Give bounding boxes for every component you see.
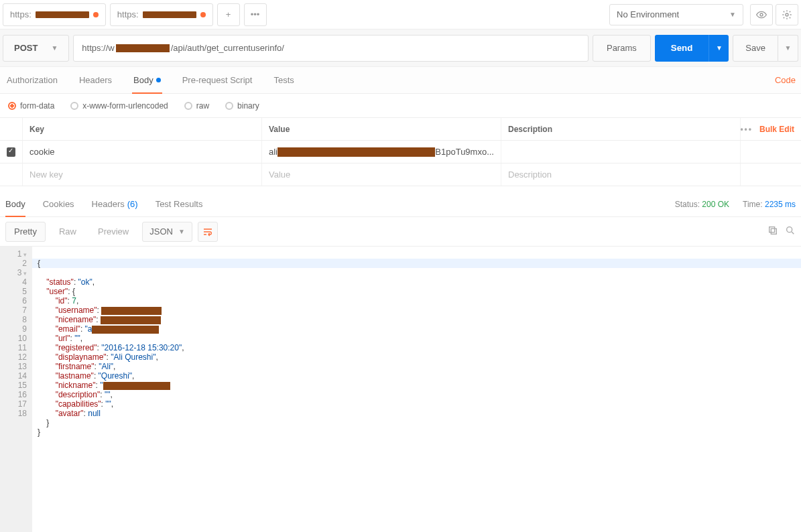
radio-raw[interactable]: raw <box>184 101 209 111</box>
request-tab-1[interactable]: https: <box>3 3 106 26</box>
save-group: Save ▼ <box>733 35 798 62</box>
col-description: Description <box>501 118 741 140</box>
checkbox-checked[interactable] <box>7 147 15 157</box>
wrap-icon <box>202 226 213 237</box>
eye-icon <box>756 9 767 20</box>
environment-label: No Environment <box>617 9 679 19</box>
tab-options-button[interactable]: ••• <box>244 3 267 26</box>
url-input[interactable]: https://w /api/auth/get_currentuserinfo/ <box>73 35 589 62</box>
key-cell[interactable]: cookie <box>23 141 262 163</box>
view-raw[interactable]: Raw <box>51 222 84 242</box>
wrap-lines-button[interactable] <box>198 222 218 242</box>
radio-icon <box>70 102 78 110</box>
unsaved-dot-icon <box>200 12 206 17</box>
new-value-input[interactable]: Value <box>262 163 501 186</box>
top-bar: https: https: + ••• No Environment ▼ <box>0 0 801 29</box>
tab-body[interactable]: Body <box>132 67 162 93</box>
redacted-text <box>116 44 170 52</box>
radio-form-data[interactable]: form-data <box>8 101 54 111</box>
redacted-text <box>36 11 89 18</box>
chevron-down-icon: ▼ <box>785 44 792 52</box>
send-button[interactable]: Send <box>655 35 709 62</box>
svg-point-1 <box>786 13 788 16</box>
tab-prerequest[interactable]: Pre-request Script <box>181 67 254 93</box>
view-preview[interactable]: Preview <box>90 222 137 242</box>
resp-tab-cookies[interactable]: Cookies <box>43 192 74 216</box>
quick-look-button[interactable] <box>750 4 773 25</box>
code-link[interactable]: Code <box>775 75 796 85</box>
send-group: Send ▼ <box>655 35 729 62</box>
unsaved-dot-icon <box>93 12 99 17</box>
redacted-text <box>143 11 196 18</box>
response-body[interactable]: 123456789101112131415161718 { "status": … <box>0 247 801 532</box>
chevron-down-icon: ▼ <box>51 44 58 52</box>
save-button[interactable]: Save <box>733 35 778 62</box>
request-tabs: https: https: + ••• <box>3 3 267 26</box>
radio-icon <box>225 102 233 110</box>
request-row: POST ▼ https://w /api/auth/get_currentus… <box>0 29 801 67</box>
request-subtabs: Authorization Headers Body Pre-request S… <box>0 67 801 94</box>
new-key-input[interactable]: New key <box>23 163 262 186</box>
chevron-down-icon: ▼ <box>716 44 723 52</box>
col-value: Value <box>262 118 501 140</box>
gear-icon <box>782 9 792 20</box>
more-options-icon[interactable]: ••• <box>741 125 753 134</box>
description-cell[interactable] <box>501 141 741 163</box>
tab-tests[interactable]: Tests <box>272 67 295 93</box>
resp-tab-tests[interactable]: Test Results <box>156 192 203 216</box>
svg-point-4 <box>787 227 792 232</box>
status-info: Status: 200 OK Time: 2235 ms <box>675 200 796 209</box>
method-label: POST <box>14 43 38 53</box>
svg-rect-3 <box>769 227 775 232</box>
modified-dot-icon <box>156 78 161 82</box>
tab-label: https: <box>117 9 139 19</box>
code-content: { "status": "ok", "user": { "id": 7, "us… <box>32 247 801 532</box>
environment-select[interactable]: No Environment ▼ <box>609 4 743 25</box>
tab-authorization[interactable]: Authorization <box>5 67 59 93</box>
radio-icon <box>8 102 16 110</box>
view-pretty[interactable]: Pretty <box>5 222 46 242</box>
bulk-edit-link[interactable]: Bulk Edit <box>759 125 794 134</box>
value-cell[interactable]: aliB1poTu9mxo... <box>262 141 501 163</box>
env-settings-button[interactable] <box>776 4 798 25</box>
resp-tab-headers[interactable]: Headers(6) <box>92 192 138 216</box>
save-dropdown[interactable]: ▼ <box>778 35 798 62</box>
new-description-input[interactable]: Description <box>501 163 741 186</box>
redacted-text <box>278 147 435 157</box>
language-select[interactable]: JSON▼ <box>142 222 192 242</box>
params-button[interactable]: Params <box>593 35 651 62</box>
col-key: Key <box>23 118 262 140</box>
tab-headers[interactable]: Headers <box>78 67 113 93</box>
copy-button[interactable] <box>767 225 778 238</box>
resp-tab-body[interactable]: Body <box>5 192 25 216</box>
url-text: /api/auth/get_currentuserinfo/ <box>171 43 284 53</box>
url-text: https://w <box>82 43 114 53</box>
svg-point-0 <box>760 13 763 16</box>
response-view-bar: Pretty Raw Preview JSON▼ <box>0 217 801 247</box>
time-value: 2235 ms <box>765 200 796 209</box>
status-value: 200 OK <box>702 200 729 209</box>
new-tab-button[interactable]: + <box>217 3 240 26</box>
method-select[interactable]: POST ▼ <box>3 35 69 62</box>
response-tabs: Body Cookies Headers(6) Test Results Sta… <box>0 192 801 217</box>
request-tab-2[interactable]: https: <box>110 3 213 26</box>
body-type-row: form-data x-www-form-urlencoded raw bina… <box>0 94 801 118</box>
form-data-row: cookie aliB1poTu9mxo... <box>0 141 801 163</box>
radio-icon <box>184 102 192 110</box>
chevron-down-icon: ▼ <box>729 11 736 18</box>
tab-label: https: <box>10 9 32 19</box>
form-data-new-row: New key Value Description <box>0 163 801 186</box>
chevron-down-icon: ▼ <box>178 228 185 235</box>
svg-rect-2 <box>771 228 776 234</box>
response-actions <box>767 225 796 238</box>
radio-urlencoded[interactable]: x-www-form-urlencoded <box>70 101 168 111</box>
radio-binary[interactable]: binary <box>225 101 259 111</box>
search-icon <box>785 225 796 236</box>
line-gutter: 123456789101112131415161718 <box>0 247 32 532</box>
form-data-header: Key Value Description ••• Bulk Edit <box>0 118 801 141</box>
copy-icon <box>767 225 778 236</box>
search-button[interactable] <box>785 225 796 238</box>
send-dropdown[interactable]: ▼ <box>708 35 729 62</box>
